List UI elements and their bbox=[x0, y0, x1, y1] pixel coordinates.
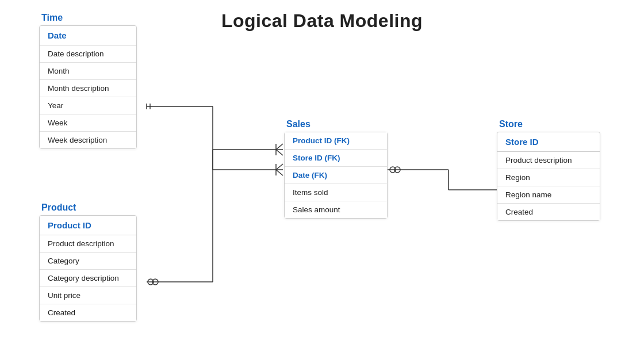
svg-point-15 bbox=[152, 279, 158, 285]
time-row-month: Month bbox=[40, 63, 136, 80]
time-entity-header: Date bbox=[40, 26, 136, 45]
time-row-year: Year bbox=[40, 97, 136, 114]
sales-row-date-fk: Date (FK) bbox=[285, 167, 387, 184]
time-row-week: Week bbox=[40, 114, 136, 132]
time-entity-box: Date Date description Month Month descri… bbox=[39, 25, 137, 149]
store-entity-header: Store ID bbox=[497, 132, 600, 152]
svg-line-12 bbox=[276, 150, 283, 155]
time-row-month-description: Month description bbox=[40, 80, 136, 97]
sales-entity-box: Product ID (FK) Store ID (FK) Date (FK) … bbox=[284, 132, 388, 219]
store-entity-group: Store Store ID Product description Regio… bbox=[497, 119, 600, 221]
product-row-unit-price: Unit price bbox=[40, 287, 136, 304]
product-row-category: Category bbox=[40, 253, 136, 270]
store-row-region-name: Region name bbox=[497, 186, 600, 204]
product-entity-group: Product Product ID Product description C… bbox=[39, 202, 137, 322]
product-entity-header: Product ID bbox=[40, 216, 136, 235]
store-row-created: Created bbox=[497, 204, 600, 220]
product-row-description: Product description bbox=[40, 235, 136, 253]
product-row-category-description: Category description bbox=[40, 270, 136, 287]
sales-entity-group: Sales Product ID (FK) Store ID (FK) Date… bbox=[284, 119, 388, 219]
product-group-label: Product bbox=[39, 202, 137, 213]
store-group-label: Store bbox=[497, 119, 600, 129]
svg-point-22 bbox=[394, 167, 400, 173]
sales-row-items-sold: Items sold bbox=[285, 184, 387, 201]
svg-point-21 bbox=[390, 167, 396, 173]
sales-row-product-id-fk: Product ID (FK) bbox=[285, 132, 387, 150]
product-entity-box: Product ID Product description Category … bbox=[39, 215, 137, 322]
time-group-label: Time bbox=[39, 13, 137, 23]
time-row-week-description: Week description bbox=[40, 132, 136, 148]
store-row-product-description: Product description bbox=[497, 152, 600, 169]
svg-line-4 bbox=[276, 170, 283, 175]
svg-point-14 bbox=[148, 279, 154, 285]
time-entity-group: Time Date Date description Month Month d… bbox=[39, 13, 137, 149]
sales-row-store-id-fk: Store ID (FK) bbox=[285, 150, 387, 167]
sales-row-sales-amount: Sales amount bbox=[285, 201, 387, 218]
store-entity-box: Store ID Product description Region Regi… bbox=[497, 132, 600, 221]
svg-line-3 bbox=[276, 164, 283, 170]
time-row-date-description: Date description bbox=[40, 45, 136, 63]
product-row-created: Created bbox=[40, 304, 136, 321]
svg-line-11 bbox=[276, 144, 283, 150]
sales-group-label: Sales bbox=[284, 119, 388, 129]
store-row-region: Region bbox=[497, 169, 600, 186]
